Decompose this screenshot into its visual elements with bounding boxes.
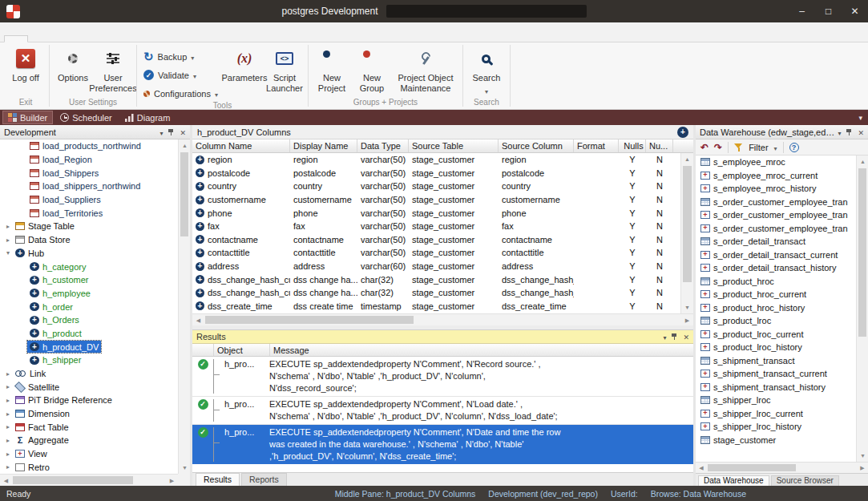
scrollbar-thumb[interactable] xyxy=(683,166,692,282)
tab-reports[interactable]: Reports xyxy=(241,473,287,486)
grid-vertical-scrollbar[interactable] xyxy=(680,153,693,313)
backup-button[interactable]: Backup xyxy=(140,49,221,64)
tree-item[interactable]: ▸ Stage Table xyxy=(0,220,178,233)
results-object-header[interactable]: Object xyxy=(213,344,269,356)
tree-item[interactable]: ▸ Link xyxy=(0,367,178,381)
list-item[interactable]: s_order_customer_employee_tran xyxy=(696,196,856,209)
scroll-up-icon[interactable] xyxy=(857,156,868,168)
list-item[interactable]: s_product_hroc_history xyxy=(696,301,856,315)
scroll-up-icon[interactable] xyxy=(681,153,693,165)
new-project-button[interactable]: New Project xyxy=(312,45,352,93)
tree-item[interactable]: h_product_DV xyxy=(0,340,178,354)
scrollbar-thumb[interactable] xyxy=(205,316,414,324)
add-column-icon[interactable] xyxy=(677,127,688,138)
tree-item[interactable]: ▸ Fact Table xyxy=(0,420,178,434)
list-item[interactable]: s_order_detail_transact_history xyxy=(696,261,856,275)
list-item[interactable]: s_shipment_transact_history xyxy=(696,381,856,394)
tree-item[interactable]: load_Shippers xyxy=(0,166,178,180)
tab-diagram[interactable]: Diagram xyxy=(119,111,176,124)
tree-item[interactable]: ▾ Hub xyxy=(0,247,178,261)
column-row[interactable]: fax fax varchar(50) stage_customer fax Y… xyxy=(192,220,680,233)
tree-item[interactable]: ▸ Retro xyxy=(0,461,178,475)
tree-item[interactable]: ▸ Data Store xyxy=(0,233,178,247)
list-item[interactable]: s_product_lroc_history xyxy=(696,341,856,354)
scroll-left-icon[interactable] xyxy=(0,475,12,487)
scroll-right-icon[interactable] xyxy=(681,314,693,326)
tab-builder[interactable]: Builder xyxy=(2,111,53,124)
column-row[interactable]: phone phone varchar(50) stage_customer p… xyxy=(192,206,680,220)
column-header[interactable]: Nulls xyxy=(619,139,646,152)
configurations-button[interactable]: Configurations xyxy=(140,86,221,101)
maximize-button[interactable]: □ xyxy=(815,0,842,22)
panel-menu-icon[interactable] xyxy=(159,127,163,137)
column-row[interactable]: postalcode postalcode varchar(50) stage_… xyxy=(192,167,680,180)
column-row[interactable]: dss_change_hash_custo... dss change ha..… xyxy=(192,273,680,286)
result-row[interactable]: h_pro... EXECUTE sp_addextendedproperty … xyxy=(192,357,693,397)
tree-expander-icon[interactable]: ▸ xyxy=(3,437,13,444)
tree-item[interactable]: load_Suppliers xyxy=(0,193,178,207)
tab-scheduler[interactable]: Scheduler xyxy=(55,111,118,124)
tree-expander-icon[interactable]: ▸ xyxy=(3,397,13,404)
list-item[interactable]: s_order_customer_employee_tran xyxy=(696,208,856,222)
list-item[interactable]: s_employee_mroc_current xyxy=(696,169,856,183)
list-item[interactable]: s_order_detail_transact xyxy=(696,235,856,248)
tree-item[interactable]: ▸ PiT Bridge Reference xyxy=(0,394,178,407)
tree-item[interactable]: ▸ View xyxy=(0,447,178,461)
list-item[interactable]: s_product_hroc_current xyxy=(696,288,856,301)
list-item[interactable]: s_employee_mroc_history xyxy=(696,182,856,196)
scroll-right-icon[interactable] xyxy=(857,463,868,474)
tree-expander-icon[interactable]: ▸ xyxy=(3,370,13,378)
tree-expander-icon[interactable]: ▸ xyxy=(3,463,13,471)
log-off-button[interactable]: Log off xyxy=(6,45,46,83)
list-item[interactable]: stage_customer xyxy=(696,434,856,447)
scroll-up-icon[interactable] xyxy=(179,139,191,152)
scroll-left-icon[interactable] xyxy=(192,314,204,326)
tree-item[interactable]: h_employee xyxy=(0,287,178,301)
close-button[interactable]: ✕ xyxy=(842,0,868,22)
parameters-button[interactable]: Parameters xyxy=(224,45,264,83)
tree-item[interactable]: h_customer xyxy=(0,273,178,287)
column-row[interactable]: contacttitle contacttitle varchar(50) st… xyxy=(192,246,680,260)
column-header[interactable]: Source Column xyxy=(499,139,574,152)
ribbon-tab[interactable] xyxy=(95,36,118,42)
pin-icon[interactable] xyxy=(671,333,678,341)
tab-source-browser[interactable]: Source Browser xyxy=(771,475,839,486)
close-panel-icon[interactable] xyxy=(180,127,186,137)
validate-button[interactable]: Validate xyxy=(140,67,221,83)
list-item[interactable]: s_order_customer_employee_tran xyxy=(696,222,856,236)
project-object-maintenance-button[interactable]: Project Object Maintenance xyxy=(392,45,459,93)
scroll-down-icon[interactable] xyxy=(179,462,191,474)
result-row[interactable]: h_pro... EXECUTE sp_addextendedproperty … xyxy=(192,397,693,425)
column-row[interactable]: dss_create_time dss create time timestam… xyxy=(192,300,680,313)
tree-item[interactable]: ▸ Satellite xyxy=(0,380,178,394)
tree-item[interactable]: load_shippers_northwind xyxy=(0,180,178,193)
tree-expander-icon[interactable]: ▸ xyxy=(3,223,13,230)
redo-arrow-icon[interactable] xyxy=(714,142,722,153)
scrollbar-thumb[interactable] xyxy=(708,464,796,471)
tree-vertical-scrollbar[interactable] xyxy=(178,139,190,474)
user-preferences-button[interactable]: User Preferences xyxy=(93,45,133,93)
column-header[interactable]: Source Table xyxy=(409,139,499,152)
tree-item[interactable]: h_order xyxy=(0,300,178,313)
ribbon-tab[interactable] xyxy=(50,36,73,42)
tree-expander-icon[interactable]: ▸ xyxy=(3,383,13,390)
filter-icon[interactable] xyxy=(734,143,743,152)
list-item[interactable]: s_employee_mroc xyxy=(696,156,856,169)
viewbar-dropdown-icon[interactable]: ▾ xyxy=(858,114,868,122)
column-row[interactable]: customername customername varchar(50) st… xyxy=(192,193,680,207)
scroll-down-icon[interactable] xyxy=(857,450,868,462)
dropdown-caret-icon[interactable] xyxy=(774,143,777,152)
column-row[interactable]: address address varchar(60) stage_custom… xyxy=(192,260,680,273)
list-item[interactable]: s_shipper_lroc_current xyxy=(696,407,856,421)
tree-item[interactable]: ▸ Σ Aggregate xyxy=(0,434,178,447)
browser-vertical-scrollbar[interactable] xyxy=(856,156,868,462)
tree-expander-icon[interactable]: ▸ xyxy=(3,410,13,418)
tree-item[interactable]: load_products_northwind xyxy=(0,139,178,153)
column-row[interactable]: country country varchar(50) stage_custom… xyxy=(192,180,680,193)
scroll-down-icon[interactable] xyxy=(681,301,693,313)
list-item[interactable]: s_shipper_lroc xyxy=(696,394,856,407)
list-item[interactable]: s_product_hroc xyxy=(696,275,856,289)
close-panel-icon[interactable] xyxy=(858,127,864,137)
list-item[interactable]: s_shipper_lroc_history xyxy=(696,420,856,434)
list-item[interactable]: s_shipment_transact xyxy=(696,354,856,368)
